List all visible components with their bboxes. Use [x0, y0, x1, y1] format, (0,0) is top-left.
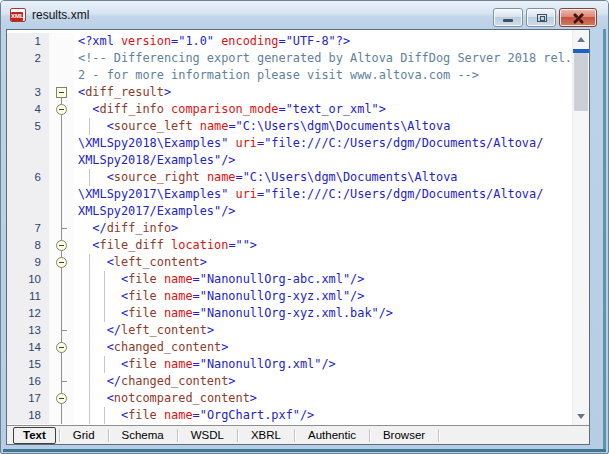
minimize-button[interactable]	[493, 8, 523, 27]
code-text[interactable]: <file_diff location="">	[74, 237, 572, 254]
code-text[interactable]: \XMLSpy2018\Examples" uri="file:///C:/Us…	[74, 135, 572, 152]
tab-grid[interactable]: Grid	[61, 427, 107, 444]
scroll-down-button[interactable]	[573, 408, 589, 424]
minimize-icon	[503, 19, 513, 22]
line-number: 7	[7, 220, 49, 237]
fold-margin	[49, 33, 74, 50]
code-text[interactable]: <file name="NanonullOrg-xyz.xml"/>	[74, 288, 572, 305]
syntax-token: XMLSpy2018/Examples"/>	[78, 153, 236, 167]
code-text[interactable]: <?xml version="1.0" encoding="UTF-8"?>	[74, 33, 572, 50]
syntax-token: <	[107, 119, 114, 133]
syntax-token: <!-- Differencing export generated by Al…	[78, 51, 572, 65]
syntax-token: ="NanonullOrg-xyz.xml"/>	[193, 289, 365, 303]
code-text[interactable]: <file name="NanonullOrg-xyz.xml.bak"/>	[74, 305, 572, 322]
fold-margin	[49, 50, 74, 67]
fold-guide-line	[61, 356, 62, 373]
xml-icon-label: XML	[11, 12, 23, 21]
code-editor: 1<?xml version="1.0" encoding="UTF-8"?>2…	[7, 30, 589, 425]
tab-schema[interactable]: Schema	[110, 427, 176, 444]
code-line: 11 <file name="NanonullOrg-xyz.xml"/>	[7, 288, 572, 305]
code-line: 12 <file name="NanonullOrg-xyz.xml.bak"/…	[7, 305, 572, 322]
window-frame-right	[603, 29, 606, 451]
line-number: 10	[7, 271, 49, 288]
syntax-token: file	[128, 357, 157, 371]
tab-text[interactable]: Text	[13, 427, 56, 444]
close-button[interactable]	[559, 8, 597, 27]
syntax-token: file_diff	[100, 238, 164, 252]
titlebar[interactable]: XML results.xml	[1, 1, 608, 29]
syntax-token	[78, 102, 92, 116]
syntax-token: diff_info	[100, 102, 164, 116]
line-number	[7, 135, 49, 152]
code-line: 9 <left_content>	[7, 254, 572, 271]
code-line: 14 <changed_content>	[7, 339, 572, 356]
collapse-minus-icon[interactable]	[56, 342, 67, 353]
indent-guide	[104, 407, 105, 424]
tab-browser[interactable]: Browser	[371, 427, 437, 444]
code-text[interactable]: XMLSpy2017/Examples"/>	[74, 203, 572, 220]
tab-wsdl[interactable]: WSDL	[179, 427, 236, 444]
syntax-token: uri	[236, 136, 257, 150]
code-text[interactable]: </diff_info>	[74, 220, 572, 237]
syntax-token: <	[107, 255, 114, 269]
code-line: 7 </diff_info>	[7, 220, 572, 237]
line-number: 12	[7, 305, 49, 322]
code-line: 5 <source_left name="C:\Users\dgm\Docume…	[7, 118, 572, 135]
syntax-token	[157, 357, 164, 371]
fold-margin	[49, 407, 74, 424]
code-text[interactable]: <diff_result>	[74, 84, 572, 101]
collapse-minus-icon[interactable]	[56, 87, 67, 98]
syntax-token: ="file:///C:/Users/dgm/Documents/Altova/	[257, 136, 543, 150]
syntax-token: name	[200, 119, 229, 133]
code-text[interactable]: 2 - for more information please visit ww…	[74, 67, 572, 84]
indent-guide	[89, 118, 90, 135]
syntax-token: file	[128, 272, 157, 286]
xml-file-icon: XML	[10, 8, 26, 22]
scrollbar-thumb[interactable]	[574, 53, 588, 111]
syntax-token	[78, 340, 107, 354]
tab-xbrl[interactable]: XBRL	[239, 427, 293, 444]
code-text[interactable]: </changed_content>	[74, 373, 572, 390]
code-text[interactable]: </left_content>	[74, 322, 572, 339]
syntax-token: >	[164, 85, 171, 99]
scroll-up-button[interactable]	[573, 31, 589, 47]
code-line: 17 <notcompared_content>	[7, 390, 572, 407]
collapse-minus-icon[interactable]	[56, 104, 67, 115]
code-text[interactable]: <source_left name="C:\Users\dgm\Document…	[74, 118, 572, 135]
code-text[interactable]: \XMLSpy2017\Examples" uri="file:///C:/Us…	[74, 186, 572, 203]
syntax-token: >	[228, 374, 235, 388]
code-text[interactable]: <file name="OrgChart.pxf"/>	[74, 407, 572, 424]
fold-guide-line	[61, 203, 62, 220]
syntax-token: </	[107, 323, 121, 337]
scroll-up-icon	[577, 37, 585, 42]
code-text[interactable]: <changed_content>	[74, 339, 572, 356]
maximize-button[interactable]	[526, 8, 556, 27]
line-number: 18	[7, 407, 49, 424]
code-text[interactable]: <file name="NanonullOrg.xml"/>	[74, 356, 572, 373]
syntax-token	[78, 221, 92, 235]
collapse-minus-icon[interactable]	[56, 393, 67, 404]
fold-guide-line	[61, 152, 62, 169]
syntax-token: changed_content	[121, 374, 228, 388]
code-text[interactable]: <file name="NanonullOrg-abc.xml"/>	[74, 271, 572, 288]
fold-margin	[49, 288, 74, 305]
code-text[interactable]: <left_content>	[74, 254, 572, 271]
fold-margin	[49, 339, 74, 356]
code-line: 15 <file name="NanonullOrg.xml"/>	[7, 356, 572, 373]
code-text[interactable]: <!-- Differencing export generated by Al…	[74, 50, 572, 67]
syntax-token: name	[164, 306, 193, 320]
tab-separator	[294, 429, 295, 442]
code-text[interactable]: XMLSpy2018/Examples"/>	[74, 152, 572, 169]
code-text[interactable]: <source_right name="C:\Users\dgm\Documen…	[74, 169, 572, 186]
syntax-token: <	[92, 238, 99, 252]
editor-client: 1<?xml version="1.0" encoding="UTF-8"?>2…	[6, 29, 590, 445]
code-line: 3<diff_result>	[7, 84, 572, 101]
collapse-minus-icon[interactable]	[56, 240, 67, 251]
vertical-scrollbar[interactable]	[572, 30, 589, 425]
syntax-token	[78, 408, 121, 422]
code-text[interactable]: <diff_info comparison_mode="text_or_xml"…	[74, 101, 572, 118]
collapse-minus-icon[interactable]	[56, 257, 67, 268]
indent-guide	[89, 407, 90, 424]
code-text[interactable]: <notcompared_content>	[74, 390, 572, 407]
tab-authentic[interactable]: Authentic	[296, 427, 368, 444]
